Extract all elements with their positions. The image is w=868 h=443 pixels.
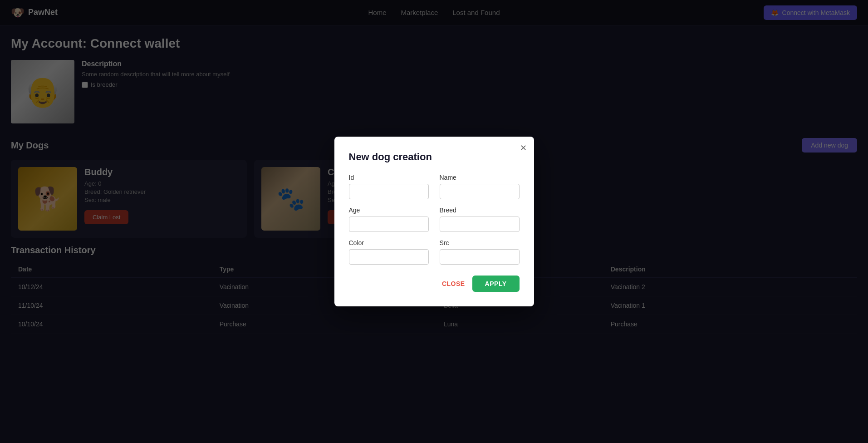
input-id[interactable]: [349, 184, 429, 199]
input-breed[interactable]: [440, 217, 520, 232]
input-src[interactable]: [440, 249, 520, 265]
label-id: Id: [349, 174, 429, 181]
form-group-name: Name: [440, 174, 520, 199]
modal-form: Id Name Age Breed Color: [349, 174, 520, 265]
modal-overlay[interactable]: New dog creation ✕ Id Name Age Breed: [0, 0, 868, 443]
new-dog-modal: New dog creation ✕ Id Name Age Breed: [334, 137, 534, 306]
label-name: Name: [440, 174, 520, 181]
input-name[interactable]: [440, 184, 520, 199]
modal-apply-button[interactable]: APPLY: [472, 276, 520, 292]
modal-close-button[interactable]: CLOSE: [442, 280, 465, 287]
form-group-age: Age: [349, 207, 429, 232]
input-color[interactable]: [349, 249, 429, 265]
modal-actions: CLOSE APPLY: [349, 276, 520, 292]
label-breed: Breed: [440, 207, 520, 214]
form-group-src: Src: [440, 239, 520, 265]
label-src: Src: [440, 239, 520, 246]
form-group-breed: Breed: [440, 207, 520, 232]
label-age: Age: [349, 207, 429, 214]
label-color: Color: [349, 239, 429, 246]
form-group-color: Color: [349, 239, 429, 265]
form-group-id: Id: [349, 174, 429, 199]
modal-close-x-button[interactable]: ✕: [520, 144, 527, 152]
modal-title: New dog creation: [349, 151, 520, 163]
input-age[interactable]: [349, 217, 429, 232]
